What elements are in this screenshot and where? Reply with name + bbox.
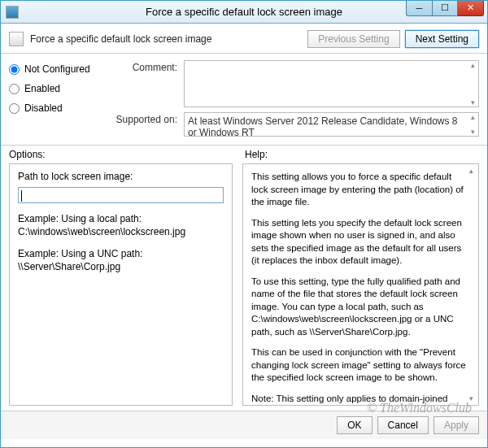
supported-scroll[interactable]: ▴▾	[467, 113, 478, 136]
supported-value: At least Windows Server 2012 Release Can…	[188, 115, 458, 138]
radio-enabled-label: Enabled	[24, 83, 60, 94]
radio-disabled[interactable]: Disabled	[9, 102, 115, 114]
radio-disabled-input[interactable]	[9, 103, 20, 114]
supported-label: Supported on:	[115, 112, 184, 137]
previous-setting-button[interactable]: Previous Setting	[307, 30, 399, 48]
section-labels: Options: Help:	[1, 146, 487, 162]
path-input[interactable]	[18, 187, 224, 203]
dialog-footer: OK Cancel Apply	[1, 411, 487, 439]
example-local-title: Example: Using a local path:	[18, 213, 224, 226]
options-panel: Path to lock screen image: Example: Usin…	[9, 163, 233, 406]
comment-scroll[interactable]: ▴▾	[467, 61, 478, 107]
radio-enabled-input[interactable]	[9, 84, 20, 94]
radio-disabled-label: Disabled	[24, 102, 63, 114]
header-row: Force a specific default lock screen ima…	[1, 24, 487, 54]
help-section-label: Help:	[229, 149, 268, 160]
help-paragraph: This can be used in conjunction with the…	[251, 346, 470, 385]
apply-button[interactable]: Apply	[434, 416, 479, 434]
cancel-button[interactable]: Cancel	[377, 416, 429, 434]
help-scroll[interactable]: ▴▾	[465, 166, 477, 403]
path-label: Path to lock screen image:	[18, 171, 224, 182]
policy-title: Force a specific default lock screen ima…	[30, 33, 211, 45]
title-bar: Force a specific default lock screen ima…	[1, 1, 487, 24]
window-title: Force a specific default lock screen ima…	[1, 6, 487, 18]
radio-enabled[interactable]: Enabled	[9, 83, 115, 94]
example-local-value: C:\windows\web\screen\lockscreen.jpg	[18, 226, 224, 239]
comment-label: Comment:	[115, 60, 184, 107]
example-unc-value: \\Server\Share\Corp.jpg	[18, 261, 224, 274]
comment-textbox[interactable]: ▴▾	[184, 60, 479, 107]
help-paragraph: This setting lets you specify the defaul…	[251, 217, 470, 267]
example-unc: Example: Using a UNC path: \\Server\Shar…	[18, 248, 224, 273]
help-panel: This setting allows you to force a speci…	[242, 163, 479, 406]
example-unc-title: Example: Using a UNC path:	[18, 248, 224, 261]
radio-not-configured-label: Not Configured	[24, 63, 90, 75]
text-caret	[21, 190, 22, 202]
help-paragraph: Note: This setting only applies to domai…	[251, 393, 470, 406]
radio-not-configured-input[interactable]	[9, 64, 20, 75]
config-area: Not Configured Enabled Disabled Comment:…	[1, 54, 487, 146]
help-paragraph: To use this setting, type the fully qual…	[251, 276, 470, 339]
options-section-label: Options:	[9, 149, 229, 160]
supported-textbox: At least Windows Server 2012 Release Can…	[184, 112, 479, 137]
example-local: Example: Using a local path: C:\windows\…	[18, 213, 224, 238]
help-paragraph: This setting allows you to force a speci…	[251, 171, 470, 209]
policy-icon	[9, 32, 24, 46]
next-setting-button[interactable]: Next Setting	[405, 30, 479, 48]
ok-button[interactable]: OK	[337, 416, 372, 434]
radio-not-configured[interactable]: Not Configured	[9, 63, 115, 75]
